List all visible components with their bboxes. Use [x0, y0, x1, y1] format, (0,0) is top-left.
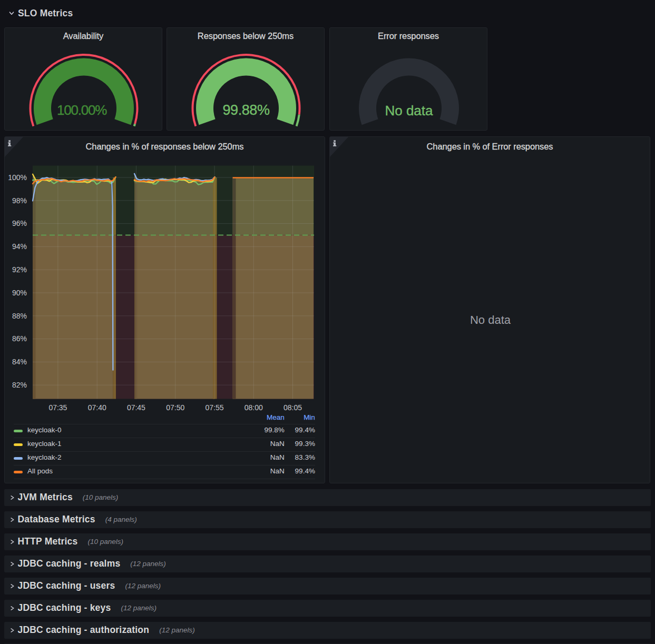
svg-text:92%: 92% — [12, 265, 27, 274]
svg-text:90%: 90% — [12, 289, 27, 297]
svg-text:08:00: 08:00 — [245, 403, 263, 412]
svg-text:84%: 84% — [12, 358, 27, 366]
svg-text:94%: 94% — [12, 242, 27, 251]
svg-text:82%: 82% — [12, 381, 27, 389]
svg-text:07:50: 07:50 — [166, 403, 184, 412]
svg-text:96%: 96% — [12, 219, 27, 227]
svg-text:07:55: 07:55 — [205, 403, 223, 412]
svg-text:88%: 88% — [12, 312, 27, 320]
svg-text:86%: 86% — [12, 334, 27, 343]
svg-text:08:05: 08:05 — [283, 403, 302, 412]
svg-text:98%: 98% — [12, 196, 27, 205]
svg-text:07:40: 07:40 — [88, 403, 106, 412]
svg-text:100%: 100% — [8, 173, 27, 182]
svg-text:07:45: 07:45 — [127, 403, 145, 412]
svg-text:07:35: 07:35 — [48, 403, 67, 412]
